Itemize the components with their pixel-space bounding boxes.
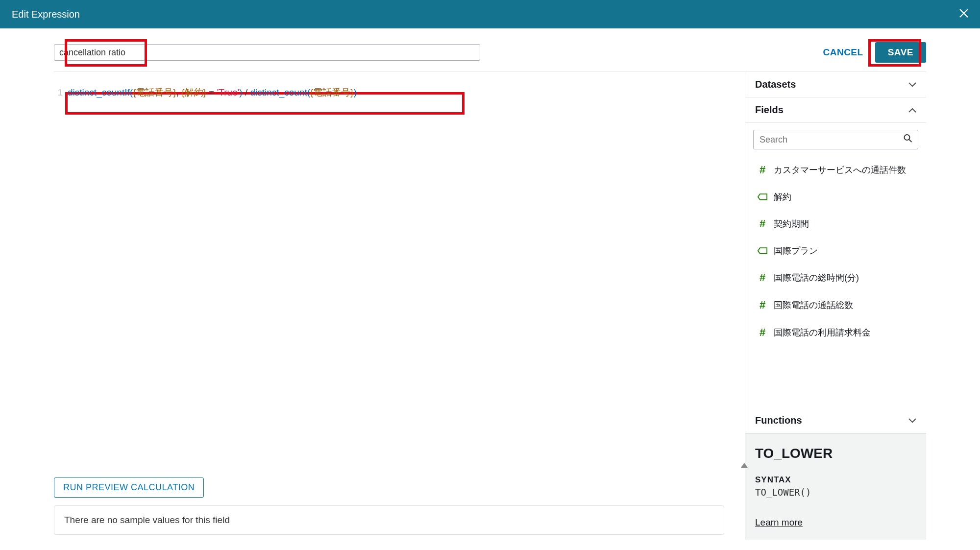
numeric-icon: # bbox=[757, 299, 768, 311]
field-label: 国際プラン bbox=[774, 245, 818, 257]
toolbar-left bbox=[54, 44, 480, 61]
field-item[interactable]: # 契約期間 bbox=[753, 210, 918, 238]
field-label: カスタマーサービスへの通話件数 bbox=[774, 164, 906, 176]
chevron-up-icon bbox=[908, 105, 916, 115]
syntax-label: SYNTAX bbox=[755, 475, 916, 485]
close-icon[interactable] bbox=[959, 8, 968, 21]
chevron-down-icon bbox=[908, 415, 916, 426]
editor-bottom: RUN PREVIEW CALCULATION There are no sam… bbox=[54, 472, 745, 540]
field-label: 国際電話の通話総数 bbox=[774, 299, 853, 311]
search-input[interactable] bbox=[753, 130, 918, 149]
field-item[interactable]: # 国際電話の通話総数 bbox=[753, 291, 918, 319]
section-label: Fields bbox=[755, 104, 784, 116]
field-label: 契約期間 bbox=[774, 218, 809, 230]
section-label: Datasets bbox=[755, 79, 796, 90]
tag-icon bbox=[757, 193, 768, 201]
function-name: TO_LOWER bbox=[755, 446, 916, 461]
numeric-icon: # bbox=[757, 164, 768, 176]
fields-body: # カスタマーサービスへの通話件数 解約 # 契約期間 bbox=[745, 123, 926, 408]
field-item[interactable]: # 国際電話の利用請求料金 bbox=[753, 319, 918, 346]
dialog-header: Edit Expression bbox=[0, 0, 980, 28]
field-list: # カスタマーサービスへの通話件数 解約 # 契約期間 bbox=[753, 156, 918, 346]
code-line: 1 distinct_countIf({電話番号}, {解約} = 'True'… bbox=[54, 86, 745, 99]
sidebar: Datasets Fields # カスタマーサービスへの通話件数 bbox=[745, 72, 926, 540]
search-icon[interactable] bbox=[904, 134, 912, 145]
editor-area: 1 distinct_countIf({電話番号}, {解約} = 'True'… bbox=[54, 72, 745, 540]
run-preview-button[interactable]: RUN PREVIEW CALCULATION bbox=[54, 478, 204, 498]
save-button[interactable]: SAVE bbox=[875, 42, 926, 63]
svg-point-0 bbox=[905, 135, 910, 140]
dialog-title: Edit Expression bbox=[12, 9, 80, 20]
search-wrap bbox=[753, 130, 918, 149]
field-label: 国際電話の総時間(分) bbox=[774, 272, 859, 284]
numeric-icon: # bbox=[757, 217, 768, 230]
code-editor[interactable]: 1 distinct_countIf({電話番号}, {解約} = 'True'… bbox=[54, 72, 745, 99]
main: 1 distinct_countIf({電話番号}, {解約} = 'True'… bbox=[54, 72, 926, 540]
field-label: 国際電話の利用請求料金 bbox=[774, 327, 871, 338]
syntax-text: TO_LOWER() bbox=[755, 487, 916, 498]
field-item[interactable]: 解約 bbox=[753, 184, 918, 210]
learn-more-link[interactable]: Learn more bbox=[755, 517, 803, 527]
code-content[interactable]: distinct_countIf({電話番号}, {解約} = 'True') … bbox=[68, 86, 357, 99]
field-item[interactable]: 国際プラン bbox=[753, 238, 918, 264]
cancel-button[interactable]: CANCEL bbox=[820, 43, 866, 62]
tag-icon bbox=[757, 247, 768, 255]
fields-section-header[interactable]: Fields bbox=[745, 97, 926, 123]
section-label: Functions bbox=[755, 415, 802, 426]
chevron-down-icon bbox=[908, 79, 916, 90]
field-item[interactable]: # 国際電話の総時間(分) bbox=[753, 264, 918, 291]
numeric-icon: # bbox=[757, 326, 768, 339]
line-number: 1 bbox=[54, 86, 68, 99]
field-item[interactable]: # カスタマーサービスへの通話件数 bbox=[753, 156, 918, 184]
functions-section-header[interactable]: Functions bbox=[745, 408, 926, 433]
expression-name-input[interactable] bbox=[54, 44, 480, 61]
no-samples-message: There are no sample values for this fiel… bbox=[54, 505, 724, 535]
function-detail: TO_LOWER SYNTAX TO_LOWER() Learn more bbox=[745, 433, 926, 540]
toolbar: CANCEL SAVE bbox=[0, 28, 980, 72]
field-label: 解約 bbox=[774, 191, 791, 203]
scroll-up-icon[interactable] bbox=[741, 463, 748, 468]
numeric-icon: # bbox=[757, 271, 768, 284]
toolbar-right: CANCEL SAVE bbox=[820, 42, 926, 63]
datasets-section-header[interactable]: Datasets bbox=[745, 72, 926, 97]
